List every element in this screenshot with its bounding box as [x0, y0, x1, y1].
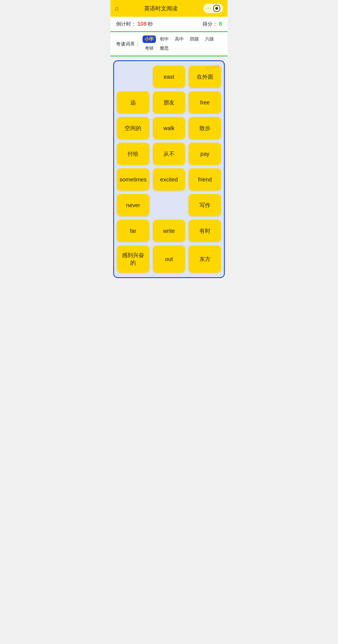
timer-row: 倒计时： 108 秒 得分： 8 — [110, 17, 228, 32]
tab-kaoyan[interactable]: 考研 — [143, 45, 156, 52]
tab-xiaoxue[interactable]: 小学 — [143, 35, 156, 43]
header: ⌂ 英语时文阅读 ··· — [110, 0, 228, 17]
tab-yasi[interactable]: 雅思 — [158, 45, 171, 52]
score-section: 得分： 8 — [202, 21, 222, 27]
timer-value: 108 — [137, 21, 146, 27]
tab-liujie[interactable]: 六级 — [203, 35, 216, 43]
word-card[interactable]: friend — [189, 168, 221, 191]
word-card[interactable]: 远 — [117, 91, 149, 114]
word-card — [117, 66, 149, 88]
word-card[interactable]: 付给 — [117, 143, 149, 165]
word-card[interactable]: 感到兴奋的 — [117, 245, 149, 273]
word-card[interactable]: out — [153, 245, 185, 273]
score-label: 得分： — [202, 21, 218, 27]
word-card[interactable]: free — [189, 91, 221, 114]
word-card[interactable]: 散步 — [189, 117, 221, 139]
word-card[interactable]: excited — [153, 168, 185, 191]
word-card[interactable]: sometimes — [117, 168, 149, 191]
tab-gaozhong[interactable]: 高中 — [173, 35, 186, 43]
word-card[interactable]: 空闲的 — [117, 117, 149, 139]
vocab-tabs: 小学 初中 高中 四级 六级 考研 雅思 — [143, 35, 222, 52]
word-card[interactable]: write — [153, 220, 185, 242]
timer-unit: 秒 — [148, 21, 153, 27]
word-card[interactable]: walk — [153, 117, 185, 139]
word-card[interactable]: 有时 — [189, 220, 221, 242]
timer-section: 倒计时： 108 秒 — [116, 21, 153, 27]
card-area: 奇速英语 east在外面远朋友free空闲的walk散步付给从不paysomet… — [113, 60, 225, 278]
vocab-bank-label: 奇速词库： — [116, 41, 140, 47]
word-card[interactable]: 从不 — [153, 143, 185, 165]
word-card[interactable]: far — [117, 220, 149, 242]
word-card[interactable]: never — [117, 194, 149, 216]
word-card[interactable]: 在外面 — [189, 66, 221, 88]
record-icon[interactable] — [213, 5, 220, 12]
card-grid: east在外面远朋友free空闲的walk散步付给从不paysometimese… — [117, 66, 221, 273]
tab-chuzhong[interactable]: 初中 — [158, 35, 171, 43]
app-title: 英语时文阅读 — [144, 5, 178, 12]
word-card — [153, 194, 185, 216]
score-value: 8 — [219, 21, 222, 27]
more-icon[interactable]: ··· — [206, 6, 211, 11]
word-card[interactable]: 朋友 — [153, 91, 185, 114]
header-controls: ··· — [203, 4, 223, 13]
record-inner — [215, 7, 218, 10]
word-card[interactable]: east — [153, 66, 185, 88]
word-card[interactable]: 东方 — [189, 245, 221, 273]
home-icon[interactable]: ⌂ — [115, 5, 119, 12]
word-card[interactable]: pay — [189, 143, 221, 165]
timer-label: 倒计时： — [116, 21, 136, 27]
tab-sijie[interactable]: 四级 — [188, 35, 201, 43]
vocab-bank-row: 奇速词库： 小学 初中 高中 四级 六级 考研 雅思 — [110, 32, 228, 56]
word-card[interactable]: 写作 — [189, 194, 221, 216]
header-left: ⌂ — [115, 5, 119, 12]
